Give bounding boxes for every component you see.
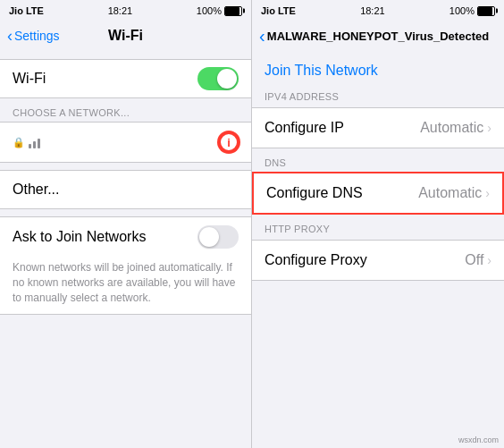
left-back-button[interactable]: ‹ Settings	[7, 27, 60, 46]
ask-join-desc: Known networks will be joined automatica…	[0, 257, 251, 314]
http-proxy-section-header: HTTP PROXY	[252, 220, 504, 238]
wifi-toggle-label: Wi-Fi	[13, 71, 46, 87]
configure-ip-value: Automatic ›	[420, 120, 491, 136]
dns-list: Configure DNS Automatic ›	[252, 172, 504, 215]
left-carrier: Jio LTE	[9, 5, 44, 16]
right-battery-fill	[478, 7, 492, 15]
right-time: 18:21	[360, 5, 385, 16]
left-back-chevron-icon: ‹	[7, 27, 13, 46]
configure-proxy-value: Off ›	[465, 252, 491, 268]
watermark: wsxdn.com	[458, 435, 499, 444]
right-panel: Jio LTE 18:21 100% ‹ MALWARE_HONEYPOT_Vi…	[252, 0, 504, 448]
configure-ip-label: Configure IP	[265, 120, 344, 136]
right-back-chevron-icon: ‹	[259, 26, 265, 46]
right-status-right: 100%	[449, 5, 495, 16]
configure-proxy-chevron-icon: ›	[487, 253, 491, 267]
configure-proxy-label: Configure Proxy	[265, 252, 367, 268]
ask-join-toggle-thumb	[199, 227, 219, 247]
configure-dns-row[interactable]: Configure DNS Automatic ›	[254, 173, 502, 213]
left-back-label: Settings	[14, 29, 60, 43]
configure-dns-chevron-icon: ›	[485, 186, 490, 200]
other-network-label: Other...	[13, 182, 59, 198]
configure-dns-value-text: Automatic	[418, 185, 482, 201]
network-section-header: CHOOSE A NETWORK...	[0, 98, 251, 122]
right-status-bar: Jio LTE 18:21 100%	[252, 0, 504, 20]
left-time: 18:21	[108, 5, 133, 16]
dns-section-header: DNS	[252, 154, 504, 172]
wifi-toggle-section: Wi-Fi	[0, 59, 251, 98]
wifi-toggle-thumb	[217, 69, 237, 89]
configure-ip-row[interactable]: Configure IP Automatic ›	[252, 108, 504, 148]
ask-join-label: Ask to Join Networks	[13, 229, 146, 245]
other-network-row[interactable]: Other...	[0, 170, 251, 209]
left-status-right: 100%	[197, 5, 242, 16]
left-nav-bar: ‹ Settings Wi-Fi	[0, 20, 251, 52]
configure-proxy-row[interactable]: Configure Proxy Off ›	[252, 241, 504, 280]
configure-proxy-value-text: Off	[465, 252, 483, 268]
ipv4-list: Configure IP Automatic ›	[252, 107, 504, 148]
lock-icon: 🔒	[13, 137, 25, 148]
right-battery-icon	[477, 6, 495, 16]
wifi-toggle[interactable]	[197, 67, 239, 90]
network-list: 🔒 i	[0, 122, 251, 163]
wifi-signal-icon	[29, 136, 40, 148]
wifi-toggle-row: Wi-Fi	[13, 60, 239, 97]
http-proxy-list: Configure Proxy Off ›	[252, 240, 504, 281]
right-carrier: Jio LTE	[261, 5, 296, 16]
right-nav-title: MALWARE_HONEYPOT_Virus_Detected	[267, 30, 489, 43]
configure-ip-value-text: Automatic	[420, 120, 483, 136]
right-back-button[interactable]: ‹	[259, 26, 265, 46]
left-battery-icon	[224, 6, 242, 16]
left-battery-fill	[225, 7, 239, 15]
left-battery-pct: 100%	[197, 5, 222, 16]
left-nav-title: Wi-Fi	[108, 28, 143, 44]
right-nav-bar: ‹ MALWARE_HONEYPOT_Virus_Detected	[252, 20, 504, 52]
ask-join-row: Ask to Join Networks	[0, 217, 251, 257]
left-panel: Jio LTE 18:21 100% ‹ Settings Wi-Fi Wi-F…	[0, 0, 252, 448]
ipv4-section-header: IPV4 ADDRESS	[252, 88, 504, 106]
network-icons: 🔒	[13, 136, 40, 148]
network-info-button[interactable]: i	[219, 132, 239, 152]
right-battery-pct: 100%	[449, 5, 475, 16]
configure-dns-label: Configure DNS	[266, 185, 363, 201]
info-icon: i	[227, 136, 231, 149]
network-row[interactable]: 🔒 i	[0, 123, 251, 162]
configure-ip-chevron-icon: ›	[487, 121, 491, 135]
ask-join-toggle[interactable]	[197, 225, 239, 249]
configure-dns-value: Automatic ›	[418, 185, 490, 201]
ask-join-section: Ask to Join Networks Known networks will…	[0, 216, 251, 315]
join-network-link[interactable]: Join This Network	[252, 52, 504, 88]
left-status-bar: Jio LTE 18:21 100%	[0, 0, 251, 20]
